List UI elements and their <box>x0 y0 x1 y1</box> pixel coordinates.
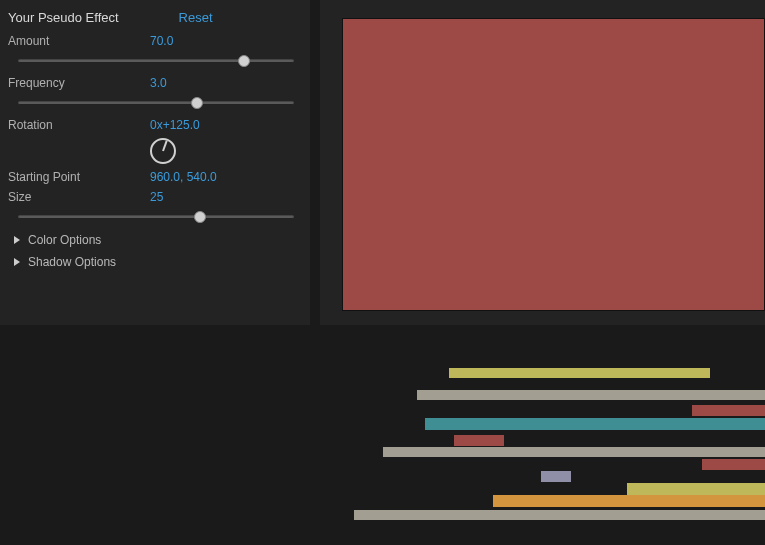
rotation-angle-hand <box>162 140 168 151</box>
timeline-bar[interactable] <box>627 483 765 495</box>
preview-panel <box>320 0 765 325</box>
frequency-slider-thumb[interactable] <box>191 97 203 109</box>
frequency-value[interactable]: 3.0 <box>150 76 167 90</box>
amount-slider-thumb[interactable] <box>238 55 250 67</box>
frequency-label: Frequency <box>8 76 150 90</box>
amount-slider[interactable] <box>18 59 294 63</box>
timeline-bar[interactable] <box>454 435 504 446</box>
timeline-bar[interactable] <box>425 418 765 430</box>
rotation-value[interactable]: 0x+125.0 <box>150 118 200 132</box>
preview-rect[interactable] <box>342 18 765 311</box>
timeline-bar[interactable] <box>449 368 710 378</box>
amount-label: Amount <box>8 34 150 48</box>
size-value[interactable]: 25 <box>150 190 163 204</box>
rotation-label: Rotation <box>8 118 150 132</box>
rotation-row: Rotation 0x+125.0 <box>8 115 302 167</box>
color-options-label: Color Options <box>28 233 101 247</box>
color-options-group[interactable]: Color Options <box>8 229 302 251</box>
timeline-bar[interactable] <box>692 405 765 416</box>
size-label: Size <box>8 190 150 204</box>
timeline-bar[interactable] <box>354 510 765 520</box>
timeline-area[interactable] <box>0 335 765 545</box>
timeline-bar[interactable] <box>383 447 765 457</box>
amount-value[interactable]: 70.0 <box>150 34 173 48</box>
timeline-bar[interactable] <box>702 459 765 470</box>
shadow-options-group[interactable]: Shadow Options <box>8 251 302 273</box>
effect-header: Your Pseudo Effect Reset <box>8 6 302 31</box>
timeline-bar[interactable] <box>417 390 765 400</box>
size-slider-thumb[interactable] <box>194 211 206 223</box>
effect-title: Your Pseudo Effect <box>8 10 119 25</box>
reset-button[interactable]: Reset <box>179 10 213 25</box>
shadow-options-label: Shadow Options <box>28 255 116 269</box>
size-row: Size 25 <box>8 187 302 207</box>
frequency-row: Frequency 3.0 <box>8 73 302 93</box>
disclosure-icon <box>14 258 20 266</box>
rotation-angle-control[interactable] <box>150 138 176 164</box>
starting-point-value[interactable]: 960.0, 540.0 <box>150 170 217 184</box>
amount-row: Amount 70.0 <box>8 31 302 51</box>
timeline-bar[interactable] <box>541 471 571 482</box>
starting-point-row: Starting Point 960.0, 540.0 <box>8 167 302 187</box>
effects-panel: Your Pseudo Effect Reset Amount 70.0 Fre… <box>0 0 310 325</box>
timeline-bar[interactable] <box>493 495 765 507</box>
disclosure-icon <box>14 236 20 244</box>
size-slider[interactable] <box>18 215 294 219</box>
starting-point-label: Starting Point <box>8 170 150 184</box>
frequency-slider[interactable] <box>18 101 294 105</box>
